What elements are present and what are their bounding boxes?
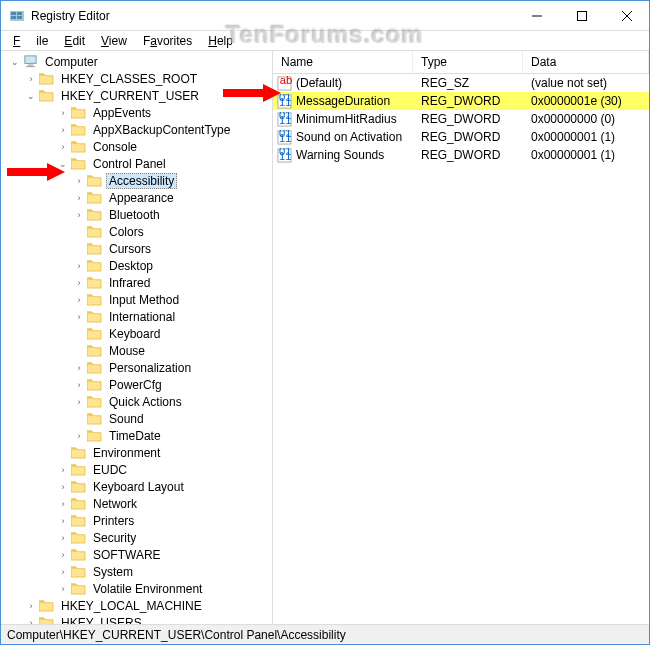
menu-edit[interactable]: Edit [56,32,93,50]
folder-icon [71,123,86,136]
list-row[interactable]: ab(Default)REG_SZ(value not set) [273,74,649,92]
tree-item[interactable]: ›Desktop [1,257,272,274]
menu-file[interactable]: File [5,32,56,50]
value-name: (Default) [296,76,342,90]
folder-icon [87,429,102,442]
list-row[interactable]: 011110MessageDurationREG_DWORD0x0000001e… [273,92,649,110]
tree-item[interactable]: ›AppXBackupContentType [1,121,272,138]
chevron-right-icon[interactable]: › [73,396,85,408]
list-pane[interactable]: Name Type Data ab(Default)REG_SZ(value n… [273,51,649,624]
chevron-right-icon[interactable]: › [25,600,37,612]
list-row[interactable]: 011110Warning SoundsREG_DWORD0x00000001 … [273,146,649,164]
regdword-icon: 011110 [277,130,292,145]
col-header-name[interactable]: Name [273,51,413,73]
tree-item[interactable]: ›EUDC [1,461,272,478]
tree-item-label: Printers [90,514,137,528]
tree-item-label: TimeDate [106,429,164,443]
tree-item[interactable]: ›TimeDate [1,427,272,444]
chevron-right-icon[interactable]: › [57,532,69,544]
tree-item[interactable]: ›Volatile Environment [1,580,272,597]
chevron-right-icon[interactable]: › [57,583,69,595]
menu-favorites[interactable]: Favorites [135,32,200,50]
tree-item[interactable]: ›HKEY_USERS [1,614,272,624]
chevron-right-icon[interactable]: › [57,481,69,493]
tree-item[interactable]: ›AppEvents [1,104,272,121]
chevron-right-icon[interactable]: › [73,175,85,187]
chevron-right-icon[interactable]: › [73,379,85,391]
tree-item[interactable]: ›Quick Actions [1,393,272,410]
chevron-down-icon[interactable]: ⌄ [25,90,37,102]
tree-item[interactable]: ›System [1,563,272,580]
folder-icon [71,548,86,561]
chevron-right-icon[interactable]: › [57,464,69,476]
tree-item[interactable]: ›Printers [1,512,272,529]
value-type: REG_DWORD [413,94,523,108]
chevron-right-icon[interactable]: › [73,209,85,221]
tree-item[interactable]: ›Input Method [1,291,272,308]
chevron-right-icon[interactable]: › [73,430,85,442]
svg-rect-5 [11,16,16,19]
value-name: MessageDuration [296,94,390,108]
minimize-button[interactable] [514,1,559,30]
tree-item[interactable]: Cursors [1,240,272,257]
folder-icon [71,514,86,527]
tree-pane[interactable]: ⌄Computer›HKEY_CLASSES_ROOT⌄HKEY_CURRENT… [1,51,273,624]
chevron-right-icon[interactable]: › [57,566,69,578]
tree-item-label: AppXBackupContentType [90,123,233,137]
chevron-right-icon[interactable]: › [73,277,85,289]
svg-rect-8 [577,11,586,20]
tree-item[interactable]: ›Appearance [1,189,272,206]
chevron-right-icon[interactable]: › [25,73,37,85]
chevron-down-icon[interactable]: ⌄ [9,56,21,68]
chevron-right-icon[interactable]: › [73,192,85,204]
folder-icon [87,259,102,272]
folder-icon [39,72,54,85]
folder-icon [87,191,102,204]
chevron-right-icon[interactable]: › [57,124,69,136]
menu-help[interactable]: Help [200,32,241,50]
tree-item[interactable]: ›Bluetooth [1,206,272,223]
tree-item[interactable]: ›Security [1,529,272,546]
tree-item[interactable]: ›Console [1,138,272,155]
folder-icon [87,327,102,340]
tree-item[interactable]: ›PowerCfg [1,376,272,393]
chevron-right-icon[interactable]: › [73,311,85,323]
chevron-right-icon[interactable]: › [73,362,85,374]
col-header-data[interactable]: Data [523,51,649,73]
tree-item[interactable]: Sound [1,410,272,427]
tree-item[interactable]: ›Personalization [1,359,272,376]
tree-item[interactable]: ⌄Computer [1,53,272,70]
chevron-right-icon[interactable]: › [57,498,69,510]
folder-icon [87,276,102,289]
close-button[interactable] [604,1,649,30]
tree-item-label: Security [90,531,139,545]
folder-icon [87,208,102,221]
tree-item[interactable]: Keyboard [1,325,272,342]
tree-item[interactable]: Colors [1,223,272,240]
list-row[interactable]: 011110Sound on ActivationREG_DWORD0x0000… [273,128,649,146]
folder-icon [71,531,86,544]
folder-icon [87,395,102,408]
tree-item[interactable]: ›HKEY_LOCAL_MACHINE [1,597,272,614]
chevron-right-icon[interactable]: › [57,141,69,153]
tree-item[interactable]: Environment [1,444,272,461]
app-icon [9,8,25,24]
col-header-type[interactable]: Type [413,51,523,73]
folder-icon [71,463,86,476]
tree-item[interactable]: ›Keyboard Layout [1,478,272,495]
tree-item[interactable]: ›Network [1,495,272,512]
tree-item-label: Volatile Environment [90,582,205,596]
tree-item[interactable]: Mouse [1,342,272,359]
chevron-right-icon[interactable]: › [73,260,85,272]
tree-item[interactable]: ›International [1,308,272,325]
chevron-right-icon[interactable]: › [57,107,69,119]
chevron-right-icon[interactable]: › [57,549,69,561]
maximize-button[interactable] [559,1,604,30]
tree-item[interactable]: ›SOFTWARE [1,546,272,563]
menu-view[interactable]: View [93,32,135,50]
chevron-right-icon[interactable]: › [25,617,37,625]
chevron-right-icon[interactable]: › [73,294,85,306]
chevron-right-icon[interactable]: › [57,515,69,527]
tree-item[interactable]: ›Infrared [1,274,272,291]
list-row[interactable]: 011110MinimumHitRadiusREG_DWORD0x0000000… [273,110,649,128]
